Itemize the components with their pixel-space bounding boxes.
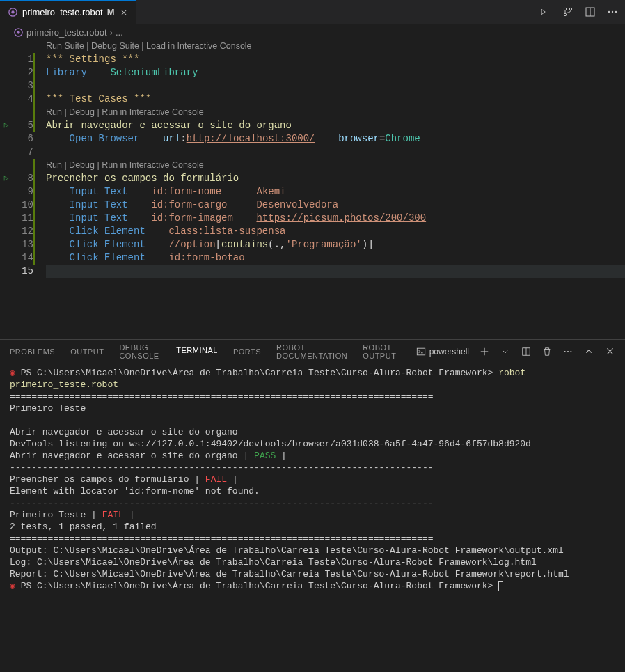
- tab-modified-marker: M: [107, 7, 115, 17]
- terminal-output[interactable]: ◉ PS C:\Users\Micael\OneDrive\Área de Tr…: [0, 363, 625, 596]
- chevron-right-icon: ›: [110, 27, 113, 38]
- run-test-icon[interactable]: ▷: [0, 119, 13, 132]
- svg-point-20: [570, 350, 571, 352]
- close-icon[interactable]: [118, 7, 129, 18]
- tab-debug-console[interactable]: DEBUG CONSOLE: [119, 343, 161, 360]
- svg-point-19: [567, 350, 569, 352]
- code-editor[interactable]: ▷ ▷ 1 2 3 4 5 6 7 8 9 10 11 12 13 14 15 …: [0, 40, 625, 339]
- codelens-test[interactable]: Run | Debug | Run in Interactive Console: [46, 106, 625, 119]
- chevron-up-icon[interactable]: [583, 346, 594, 357]
- svg-point-9: [615, 11, 617, 13]
- tab-filename: primeiro_teste.robot: [22, 7, 103, 17]
- svg-point-8: [612, 11, 613, 13]
- svg-point-11: [17, 31, 19, 33]
- breadcrumb-rest: ...: [116, 27, 123, 38]
- new-terminal-icon[interactable]: [479, 346, 490, 357]
- codelens-suite[interactable]: Run Suite | Debug Suite | Load in Intera…: [46, 40, 625, 53]
- tab-problems[interactable]: PROBLEMS: [10, 347, 55, 356]
- codelens-test[interactable]: Run | Debug | Run in Interactive Console: [46, 159, 625, 172]
- tab-output[interactable]: OUTPUT: [70, 347, 104, 356]
- split-terminal-icon[interactable]: [521, 346, 532, 357]
- run-play-icon[interactable]: [540, 6, 551, 17]
- close-panel-icon[interactable]: [604, 346, 615, 357]
- svg-point-4: [569, 8, 571, 10]
- gutter: ▷ ▷: [0, 40, 13, 339]
- more-icon[interactable]: [607, 6, 618, 17]
- tab-robot-output[interactable]: ROBOT OUTPUT: [363, 343, 401, 360]
- bottom-panel: PROBLEMS OUTPUT DEBUG CONSOLE TERMINAL P…: [0, 339, 625, 596]
- breadcrumb[interactable]: primeiro_teste.robot › ...: [0, 24, 625, 40]
- tab-terminal[interactable]: TERMINAL: [176, 346, 218, 357]
- svg-point-3: [564, 13, 566, 15]
- tab-file[interactable]: primeiro_teste.robot M: [0, 0, 136, 24]
- svg-point-1: [11, 10, 14, 13]
- split-editor-icon[interactable]: [585, 6, 596, 17]
- svg-rect-12: [417, 348, 425, 355]
- svg-point-2: [564, 8, 566, 10]
- run-test-icon[interactable]: ▷: [0, 172, 13, 185]
- editor-tabbar: primeiro_teste.robot M: [0, 0, 625, 24]
- panel-tabbar: PROBLEMS OUTPUT DEBUG CONSOLE TERMINAL P…: [0, 340, 625, 363]
- shell-selector[interactable]: powershell: [416, 347, 469, 357]
- cursor: [498, 581, 503, 591]
- kill-terminal-icon[interactable]: [541, 346, 553, 357]
- tab-robot-documentation[interactable]: ROBOT DOCUMENTATION: [276, 343, 347, 360]
- robot-file-icon: [7, 7, 18, 18]
- prompt-bullet-icon: ◉: [10, 581, 15, 591]
- breadcrumb-filename: primeiro_teste.robot: [26, 27, 107, 38]
- robot-file-icon: [13, 26, 24, 38]
- svg-point-7: [608, 11, 610, 13]
- tab-ports[interactable]: PORTS: [233, 347, 261, 356]
- prompt-bullet-icon: ◉: [10, 368, 15, 378]
- chevron-down-icon[interactable]: [500, 346, 511, 357]
- code-content[interactable]: Run Suite | Debug Suite | Load in Intera…: [38, 40, 625, 339]
- svg-point-18: [564, 350, 566, 352]
- more-icon[interactable]: [562, 346, 573, 357]
- branch-icon[interactable]: [562, 6, 573, 17]
